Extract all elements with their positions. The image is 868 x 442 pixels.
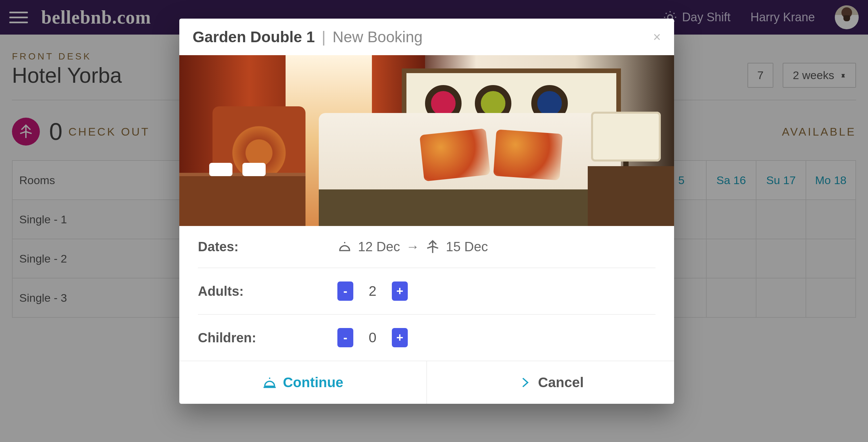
room-photo [179,55,674,226]
chevron-right-icon [517,375,532,390]
cancel-button[interactable]: Cancel [427,361,674,404]
modal-subtitle: New Booking [333,28,423,46]
children-row: Children: - 0 + [198,315,655,361]
checkin-date: 12 Dec [358,239,400,254]
adults-stepper: - 2 + [337,282,408,301]
adults-value: 2 [363,283,382,299]
dates-row: Dates: 12 Dec → 15 Dec [198,226,655,268]
new-booking-modal: Garden Double 1 | New Booking × Dates: 1… [179,19,674,404]
bell-icon [262,375,277,390]
bell-icon [337,240,352,254]
adults-label: Adults: [198,284,337,299]
children-label: Children: [198,330,337,345]
dates-label: Dates: [198,239,337,254]
adults-row: Adults: - 2 + [198,268,655,315]
children-stepper: - 0 + [337,328,408,347]
plane-icon [425,240,440,254]
children-value: 0 [363,330,382,346]
adults-plus-button[interactable]: + [392,282,408,301]
close-icon[interactable]: × [653,30,661,45]
modal-header: Garden Double 1 | New Booking × [179,19,674,55]
arrow-icon: → [406,239,420,254]
adults-minus-button[interactable]: - [337,282,353,301]
children-minus-button[interactable]: - [337,328,353,347]
continue-button[interactable]: Continue [179,361,427,404]
checkout-date: 15 Dec [446,239,488,254]
children-plus-button[interactable]: + [392,328,408,347]
modal-footer: Continue Cancel [179,361,674,404]
modal-room-name: Garden Double 1 [193,28,315,46]
